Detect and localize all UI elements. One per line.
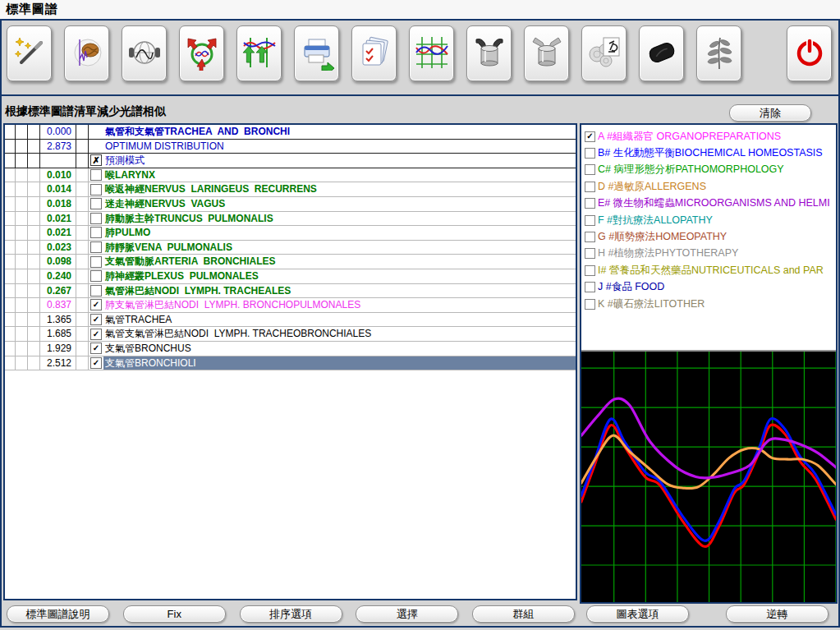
table-row[interactable]: 2.512 ✓ 支氣管BRONCHIOLI xyxy=(5,356,576,371)
row-checkbox[interactable] xyxy=(89,168,103,183)
sort-options-button[interactable]: 排序選項 xyxy=(240,605,342,623)
table-row[interactable]: 0.018 迷走神經NERVUS VAGUS xyxy=(5,197,576,212)
table-row[interactable]: ✗ 預測模式 xyxy=(5,154,576,168)
category-item[interactable]: G #順勢療法HOMEOPATHY xyxy=(581,228,836,245)
row-checkbox xyxy=(89,140,103,154)
chart-options-button[interactable]: 圖表選項 xyxy=(586,605,689,623)
row-label: 氣管和支氣管TRACHEA AND BRONCHI xyxy=(103,125,576,140)
category-checkbox[interactable] xyxy=(585,164,595,175)
category-checkbox[interactable] xyxy=(585,148,595,159)
row-checkbox[interactable] xyxy=(89,182,103,197)
table-row[interactable]: 2.873 OPTIMUM DISTRIBUTION xyxy=(5,140,576,154)
row-value: 0.240 xyxy=(40,269,76,284)
graph-grid-icon xyxy=(414,34,450,73)
category-label: J #食品 FOOD xyxy=(598,280,664,294)
row-value: 0.023 xyxy=(40,241,76,255)
category-checkbox[interactable] xyxy=(585,282,595,292)
category-item[interactable]: B# 生化動態平衡BIOCHEMICAL HOMEOSTASIS xyxy=(581,145,836,161)
category-item[interactable]: C# 病理形態分析PATHOMORPHOLOGY xyxy=(581,162,836,178)
category-item[interactable]: H #植物療法PHYTOTHERAPY xyxy=(581,246,836,262)
brain-spectrum-button[interactable] xyxy=(64,25,109,81)
separator-toolbar xyxy=(0,94,840,96)
category-checkbox[interactable] xyxy=(585,248,595,259)
category-checkbox[interactable] xyxy=(585,182,595,192)
footer-left-buttons: 標準圖譜說明Fix排序選項選擇群組 xyxy=(7,605,575,623)
table-row[interactable]: 0.021 肺PULMO xyxy=(5,226,576,241)
row-checkbox[interactable]: ✓ xyxy=(89,356,103,371)
row-label: 預測模式 xyxy=(103,154,576,168)
category-item[interactable]: E# 微生物和蠕蟲MICROORGANISMS AND HELMI xyxy=(581,195,836,212)
table-row[interactable]: 0.837 ✓ 肺支氣管淋巴結NODI LYMPH. BRONCHOPULMON… xyxy=(5,298,576,313)
card-file-button[interactable] xyxy=(351,25,397,81)
row-checkbox[interactable]: ✓ xyxy=(89,313,103,328)
etalon-info-button[interactable]: 標準圖譜說明 xyxy=(7,605,109,623)
row-checkbox[interactable] xyxy=(89,241,103,255)
row-value: 0.000 xyxy=(40,125,76,140)
category-label: H #植物療法PHYTOTHERAPY xyxy=(598,246,738,260)
row-value: 0.014 xyxy=(40,182,76,197)
row-value: 1.685 xyxy=(40,327,76,342)
category-item[interactable]: J #食品 FOOD xyxy=(581,279,836,296)
row-checkbox[interactable] xyxy=(89,255,103,269)
fix-button[interactable]: Fix xyxy=(123,605,226,623)
right-panel: ✓ A #組織器官 ORGANOPREPARATIONS B# 生化動態平衡BI… xyxy=(580,123,838,604)
clear-button[interactable]: 清除 xyxy=(729,104,811,122)
row-checkbox[interactable]: ✓ xyxy=(89,327,103,342)
category-item[interactable]: ✓ A #組織器官 ORGANOPREPARATIONS xyxy=(581,128,836,145)
category-item[interactable]: D #過敏原ALLERGENS xyxy=(581,178,836,195)
row-checkbox[interactable] xyxy=(89,284,103,299)
table-row[interactable]: 0.000 氣管和支氣管TRACHEA AND BRONCHI xyxy=(5,125,576,140)
table-row[interactable]: 0.023 肺靜脈VENA PULMONALIS xyxy=(5,241,576,255)
category-checkbox[interactable] xyxy=(585,299,595,310)
table-row[interactable]: 1.929 ✓ 支氣管BRONCHUS xyxy=(5,342,576,356)
category-checkbox[interactable] xyxy=(585,198,595,209)
category-label: B# 生化動態平衡BIOCHEMICAL HOMEOSTASIS xyxy=(598,146,823,160)
table-row[interactable]: 0.267 氣管淋巴結NODI LYMPH. TRACHEALES xyxy=(5,284,576,299)
row-checkbox[interactable] xyxy=(89,197,103,212)
print-button[interactable] xyxy=(294,25,339,81)
row-value: 0.021 xyxy=(40,212,76,227)
row-label: 肺神經叢PLEXUS PULMONALES xyxy=(103,269,576,284)
invert-button[interactable]: 逆轉 xyxy=(726,605,829,623)
arrows-target-button[interactable] xyxy=(179,25,224,81)
category-checkbox[interactable] xyxy=(585,232,595,242)
category-checkbox[interactable]: ✓ xyxy=(585,131,595,142)
graph-grid-button[interactable] xyxy=(409,25,454,81)
category-label: E# 微生物和蠕蟲MICROORGANISMS AND HELMI xyxy=(598,196,830,210)
group-button[interactable]: 群組 xyxy=(472,605,575,623)
compare-charts-button[interactable] xyxy=(236,25,282,81)
table-row[interactable]: 0.098 支氣管動脈ARTERIA BRONCHIALES xyxy=(5,255,576,269)
microscope-cells-button[interactable] xyxy=(581,25,627,81)
table-row[interactable]: 1.365 ✓ 氣管TRACHEA xyxy=(5,313,576,328)
category-item[interactable]: K #礦石療法LITOTHER xyxy=(581,296,836,312)
container-unload-button[interactable] xyxy=(524,25,569,81)
category-item[interactable]: F #對抗療法ALLOPATHY xyxy=(581,212,836,228)
row-checkbox[interactable] xyxy=(89,226,103,241)
exit-button[interactable] xyxy=(787,25,832,81)
results-rows: 0.000 氣管和支氣管TRACHEA AND BRONCHI 2.873 OP… xyxy=(5,125,576,370)
table-row[interactable]: 0.014 喉返神經NERVUS LARINGEUS RECURRENS xyxy=(5,182,576,197)
category-checkbox[interactable] xyxy=(585,265,595,276)
row-checkbox[interactable]: ✓ xyxy=(89,342,103,356)
plant-button[interactable] xyxy=(696,25,741,81)
row-value: 2.512 xyxy=(40,356,76,371)
category-checkbox[interactable] xyxy=(585,215,595,226)
table-row[interactable]: 1.685 ✓ 氣管支氣管淋巴結NODI LYMPH. TRACHEOBRONC… xyxy=(5,327,576,342)
row-checkbox[interactable]: ✓ xyxy=(89,298,103,313)
select-button[interactable]: 選擇 xyxy=(356,605,458,623)
row-label: 迷走神經NERVUS VAGUS xyxy=(103,197,576,212)
stone-button[interactable] xyxy=(639,25,684,81)
container-load-button[interactable] xyxy=(466,25,512,81)
category-item[interactable]: I# 營養品和天然藥品NUTRICEUTICALS and PAR xyxy=(581,262,836,278)
magic-wand-button[interactable] xyxy=(7,25,52,81)
row-checkbox[interactable] xyxy=(89,212,103,227)
table-row[interactable]: 0.010 喉LARYNX xyxy=(5,168,576,183)
table-row[interactable]: 0.240 肺神經叢PLEXUS PULMONALES xyxy=(5,269,576,284)
brain-spectrum-icon xyxy=(69,34,105,73)
head-mesh-button[interactable] xyxy=(122,25,167,81)
row-checkbox[interactable] xyxy=(89,269,103,284)
compare-charts-icon xyxy=(241,34,278,73)
toolbar xyxy=(0,21,840,94)
table-row[interactable]: 0.021 肺動脈主幹TRUNCUS PULMONALIS xyxy=(5,212,576,227)
row-checkbox[interactable]: ✗ xyxy=(89,154,103,168)
